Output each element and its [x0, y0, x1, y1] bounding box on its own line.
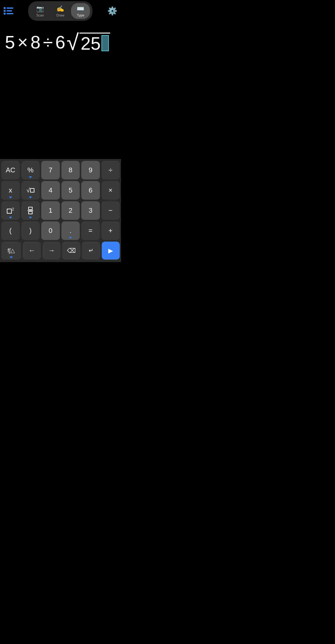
- type-label: Type: [77, 13, 84, 17]
- settings-button[interactable]: ⚙️: [107, 6, 117, 16]
- sqrt-key-symbol: √: [26, 187, 34, 194]
- key-arrow-left[interactable]: ←: [23, 242, 41, 260]
- key-row-4: ( ) 0 . = +: [1, 221, 120, 240]
- key-3[interactable]: 3: [81, 201, 100, 220]
- key-row-2: x √ 4 5 6 ×: [1, 181, 120, 200]
- camera-icon: 📷: [36, 5, 44, 12]
- functions-label: f∫△: [7, 248, 15, 253]
- math-expression: 5 × 8 ÷ 6 √ 25: [5, 31, 110, 53]
- key-multiply[interactable]: ×: [101, 181, 120, 200]
- sqrt-box: [30, 188, 34, 193]
- key-lparen[interactable]: (: [1, 221, 20, 240]
- key-dot[interactable]: .: [61, 221, 80, 240]
- key-0[interactable]: 0: [41, 221, 60, 240]
- top-bar: 📷 Scan ✍️ Draw ⌨️ Type ⚙️: [0, 0, 121, 22]
- key-7[interactable]: 7: [41, 161, 60, 179]
- key-divide[interactable]: ÷: [101, 161, 120, 179]
- key-row-1: AC % 7 8 9 ÷: [1, 161, 120, 179]
- key-plus[interactable]: +: [101, 221, 120, 240]
- key-enter[interactable]: ↵: [82, 242, 100, 260]
- expr-8: 8: [30, 32, 40, 52]
- tab-draw[interactable]: ✍️ Draw: [51, 3, 70, 19]
- sqrt-symbol: √: [67, 31, 79, 53]
- tab-type[interactable]: ⌨️ Type: [71, 3, 90, 19]
- key-fraction[interactable]: [21, 201, 40, 220]
- key-functions[interactable]: f∫△ ···: [1, 242, 21, 260]
- key-equals[interactable]: =: [81, 221, 100, 240]
- draw-icon: ✍️: [56, 5, 64, 12]
- keyboard-area: AC % 7 8 9 ÷ x √ 4: [0, 159, 121, 262]
- submit-icon: ▶: [108, 247, 113, 254]
- tab-scan[interactable]: 📷 Scan: [31, 3, 50, 19]
- expr-div: ÷: [43, 32, 53, 52]
- key-row-bottom: f∫△ ··· ← → ⌫ ↵ ▶: [1, 242, 120, 260]
- sqrt-content: 25: [79, 33, 110, 53]
- key-minus[interactable]: −: [101, 201, 120, 220]
- expr-6: 6: [55, 32, 65, 52]
- expr-5: 5: [5, 32, 15, 52]
- expr-times: ×: [17, 32, 28, 52]
- history-button[interactable]: [4, 7, 13, 15]
- key-ac[interactable]: AC: [1, 161, 20, 179]
- key-6[interactable]: 6: [81, 181, 100, 200]
- expression-area[interactable]: 5 × 8 ÷ 6 √ 25: [0, 25, 121, 143]
- key-9[interactable]: 9: [81, 161, 100, 179]
- fraction-symbol: [28, 207, 33, 214]
- key-5[interactable]: 5: [61, 181, 80, 200]
- keyboard-icon: ⌨️: [77, 5, 84, 12]
- key-2[interactable]: 2: [61, 201, 80, 220]
- mode-tabs: 📷 Scan ✍️ Draw ⌨️ Type: [28, 1, 93, 21]
- key-percent[interactable]: %: [21, 161, 40, 179]
- draw-label: Draw: [56, 13, 65, 17]
- key-sqrt[interactable]: √: [21, 181, 40, 200]
- key-4[interactable]: 4: [41, 181, 60, 200]
- key-1[interactable]: 1: [41, 201, 60, 220]
- scan-label: Scan: [36, 13, 44, 17]
- key-8[interactable]: 8: [61, 161, 80, 179]
- key-row-3: 2 1 2 3 −: [1, 201, 120, 220]
- enter-icon: ↵: [89, 247, 93, 254]
- square-symbol: 2: [7, 207, 14, 214]
- key-var-x[interactable]: x: [1, 181, 20, 200]
- key-submit[interactable]: ▶: [102, 242, 120, 260]
- key-backspace[interactable]: ⌫: [62, 242, 80, 260]
- text-cursor: [101, 35, 109, 51]
- backspace-icon: ⌫: [67, 247, 76, 254]
- key-arrow-right[interactable]: →: [42, 242, 61, 260]
- expr-25: 25: [81, 34, 101, 53]
- key-square[interactable]: 2: [1, 201, 20, 220]
- key-rparen[interactable]: ): [21, 221, 40, 240]
